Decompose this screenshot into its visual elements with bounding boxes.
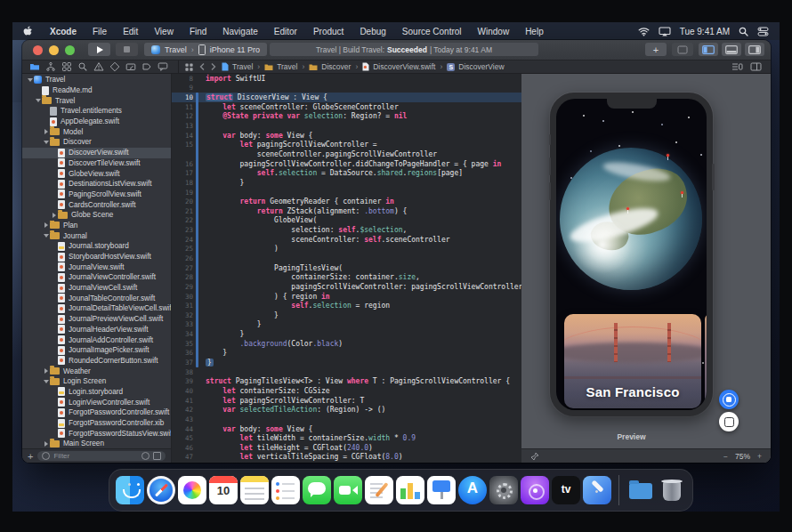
code-line-41[interactable]: 41 let pagingScrollViewController: T xyxy=(172,396,521,406)
dock-reminders-icon[interactable] xyxy=(271,476,300,504)
spotlight-search-icon[interactable] xyxy=(739,27,748,36)
breadcrumb-item-travel[interactable]: Travel xyxy=(222,62,253,71)
code-line-47[interactable]: 47 let verticalTileSpacing = CGFloat(8.0… xyxy=(172,453,521,463)
menu-item-product[interactable]: Product xyxy=(305,27,352,36)
code-line-29[interactable]: 29 pagingScrollViewController: pagingScr… xyxy=(172,282,521,292)
file-tree-item-journaldetailtableviewcell-swift[interactable]: JournalDetailTableViewCell.swift xyxy=(22,303,171,314)
add-file-button[interactable]: + xyxy=(28,452,33,461)
navigator-tab-breakpoints-icon[interactable] xyxy=(141,61,152,72)
menu-item-help[interactable]: Help xyxy=(517,27,552,36)
destination-card[interactable]: San Francisco xyxy=(564,314,701,408)
dock-photos-icon[interactable] xyxy=(178,476,206,504)
source-editor[interactable]: 8import SwiftUI910struct DiscoverView : … xyxy=(172,74,521,463)
scheme-selector[interactable]: Travel › iPhone 11 Pro xyxy=(144,43,267,56)
dock-downloads-icon[interactable] xyxy=(626,476,655,504)
file-tree-item-storyboardhostview-swift[interactable]: StoryboardHostView.swift xyxy=(22,252,171,262)
file-tree-item-globeview-swift[interactable]: GlobeView.swift xyxy=(22,168,171,179)
code-line-43[interactable]: 43 xyxy=(172,415,521,424)
file-tree-item-journalviewcontroller-swift[interactable]: JournalViewController.swift xyxy=(22,272,171,283)
map-pin[interactable] xyxy=(667,154,669,157)
disclosure-triangle-icon[interactable] xyxy=(43,380,50,383)
code-line-46[interactable]: 46 let tileHeight = CGFloat(240.0) xyxy=(172,443,521,453)
disclosure-triangle-icon[interactable] xyxy=(43,129,50,134)
screen-mirroring-icon[interactable] xyxy=(659,27,671,36)
code-line-21[interactable]: 21 return ZStack(alignment: .bottom) { xyxy=(172,206,521,216)
code-line-8[interactable]: 8import SwiftUI xyxy=(172,74,521,84)
code-line-39[interactable]: 39struct PagingTilesView<T> : View where… xyxy=(172,377,521,387)
code-line-35[interactable]: 35 .background(Color.black) xyxy=(172,339,521,349)
navigator-tab-project-icon[interactable] xyxy=(29,61,40,72)
zoom-window-button[interactable] xyxy=(65,45,75,55)
menu-item-xcode[interactable]: Xcode xyxy=(42,27,85,36)
minimize-window-button[interactable] xyxy=(49,45,59,55)
file-tree-item-discoverview-swift[interactable]: DiscoverView.swift xyxy=(22,148,171,158)
code-line-23[interactable]: 23 selection: self.$selection, xyxy=(172,225,521,235)
code-line-42[interactable]: 42 var selectedTileAction: (Region) -> (… xyxy=(172,405,521,415)
disclosure-triangle-icon[interactable] xyxy=(51,213,58,218)
disclosure-triangle-icon[interactable] xyxy=(43,222,50,228)
disclosure-triangle-icon[interactable] xyxy=(43,368,50,374)
dock-xcode-icon[interactable] xyxy=(583,476,611,504)
file-tree-item-journalimagepicker-swift[interactable]: JournalImagePicker.swift xyxy=(22,345,171,356)
zoom-out-button[interactable]: − xyxy=(723,452,728,461)
adjust-editor-options-icon[interactable] xyxy=(731,62,743,71)
related-items-icon[interactable] xyxy=(184,62,194,72)
code-line-45[interactable]: 45 let tileWidth = containerSize.width *… xyxy=(172,433,521,443)
code-line-11[interactable]: 11 let sceneController: GlobeSceneContro… xyxy=(172,102,521,112)
file-tree-item-discovertileview-swift[interactable]: DiscoverTileView.swift xyxy=(22,158,171,169)
menu-item-find[interactable]: Find xyxy=(182,27,214,36)
editor-library-button[interactable] xyxy=(672,43,693,56)
dock-finder-icon[interactable] xyxy=(116,476,144,504)
disclosure-triangle-icon[interactable] xyxy=(35,99,42,102)
file-tree-item-loginviewcontroller-swift[interactable]: LoginViewController.swift xyxy=(22,397,171,407)
toggle-debug-area-button[interactable] xyxy=(722,43,741,56)
code-line-15[interactable]: 15 let pagingScrollViewController = xyxy=(172,140,521,149)
navigator-tab-symbols-icon[interactable] xyxy=(61,61,72,72)
code-line-40[interactable]: 40 let containerSize: CGSize xyxy=(172,386,521,396)
disclosure-triangle-icon[interactable] xyxy=(43,234,50,238)
dock-calendar-icon[interactable]: 10 xyxy=(209,476,238,504)
file-tree-item-login-storyboard[interactable]: Login.storyboard xyxy=(22,387,171,398)
file-tree-item-appdelegate-swift[interactable]: AppDelegate.swift xyxy=(22,117,171,127)
code-line-36[interactable]: 36 } xyxy=(172,349,521,359)
code-line-9[interactable]: 9 xyxy=(172,84,521,93)
menu-item-view[interactable]: View xyxy=(146,27,182,36)
dock-facetime-icon[interactable] xyxy=(334,476,362,504)
file-tree-item-jounaltablecontroller-swift[interactable]: JounalTableController.swift xyxy=(22,293,171,303)
run-button[interactable] xyxy=(88,43,110,56)
file-tree-item-forgotpasswordstatusview-swift[interactable]: ForgotPasswordStatusView.swift xyxy=(22,428,171,439)
stop-button[interactable] xyxy=(116,43,138,56)
file-tree-item-travel[interactable]: Travel xyxy=(22,95,171,106)
dock-keynote-icon[interactable] xyxy=(427,476,456,504)
code-line-26[interactable]: 26 xyxy=(172,254,521,263)
map-pin[interactable] xyxy=(626,207,629,210)
menu-item-editor[interactable]: Editor xyxy=(266,27,305,36)
dock-notes-icon[interactable] xyxy=(240,476,269,504)
file-tree-item-journaladdcontroller-swift[interactable]: JournalAddController.swift xyxy=(22,335,171,345)
code-line-20[interactable]: 20 return GeometryReader { container in xyxy=(172,197,521,206)
file-tree-item-discover[interactable]: Discover xyxy=(22,137,171,148)
navigator-tab-issues-icon[interactable] xyxy=(93,61,104,72)
file-tree-item-forgotpasswordcontroller-xib[interactable]: ForgotPasswordController.xib xyxy=(22,418,171,429)
file-tree-item-journalpreviewviewcell-swift[interactable]: JournalPreviewViewCell.swift xyxy=(22,314,171,325)
go-forward-icon[interactable] xyxy=(210,62,217,71)
code-line-19[interactable]: 19 xyxy=(172,188,521,197)
code-line-44[interactable]: 44 var body: some View { xyxy=(172,424,521,434)
code-line-16[interactable]: 16 pagingScrollViewController.didChangeT… xyxy=(172,159,521,169)
file-tree-item-globe-scene[interactable]: Globe Scene xyxy=(22,210,171,221)
code-line-25[interactable]: 25 ) xyxy=(172,245,521,254)
file-tree-item-cardscontroller-swift[interactable]: CardsController.swift xyxy=(22,199,171,210)
menu-bar-clock[interactable]: Tue 9:41 AM xyxy=(680,27,730,36)
map-pin[interactable] xyxy=(681,191,683,194)
zoom-in-button[interactable]: + xyxy=(757,452,762,461)
dock-numbers-icon[interactable] xyxy=(396,476,424,504)
navigator-tab-search-icon[interactable] xyxy=(77,61,88,72)
file-tree-item-pagingscrollview-swift[interactable]: PagingScrollView.swift xyxy=(22,189,171,200)
code-line-18[interactable]: 18 } xyxy=(172,178,521,188)
earth-globe[interactable] xyxy=(560,148,702,290)
toggle-navigator-button[interactable] xyxy=(699,43,718,56)
code-line-22[interactable]: 22 GlobeView( xyxy=(172,216,521,226)
disclosure-triangle-icon[interactable] xyxy=(27,78,34,82)
code-line-30[interactable]: 30 ) { region in xyxy=(172,292,521,302)
file-tree-item-journalviewcell-swift[interactable]: JournalViewCell.swift xyxy=(22,283,171,294)
